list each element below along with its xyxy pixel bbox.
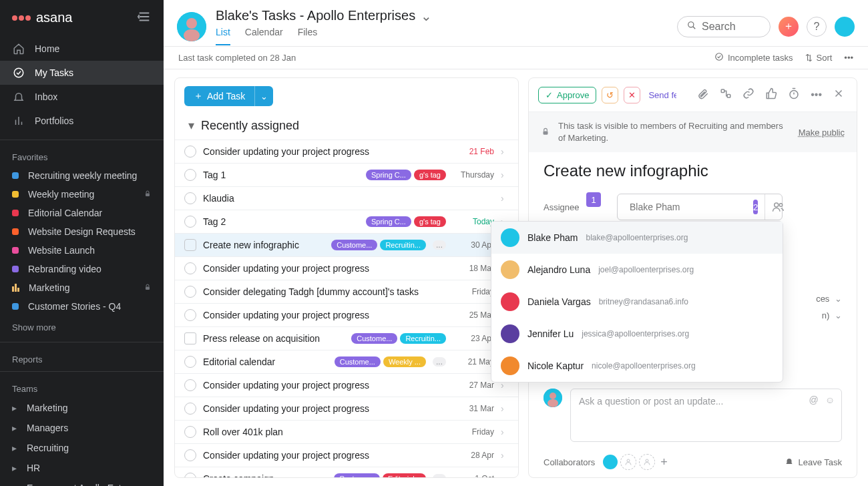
- sort-button[interactable]: ⇅ Sort: [805, 53, 833, 63]
- assignee-option[interactable]: Nicole Kaptur nicole@apolloenterprises.o…: [491, 350, 783, 382]
- task-row[interactable]: Consider updating your project progress …: [175, 256, 518, 280]
- harvest-timer-button[interactable]: [785, 85, 803, 105]
- task-row[interactable]: Press release on acquisition Custome...R…: [175, 326, 518, 350]
- nav-home[interactable]: Home: [0, 37, 164, 61]
- more-tags-pill[interactable]: ...: [433, 474, 446, 477]
- help-button[interactable]: ?: [807, 17, 827, 37]
- sidebar-team[interactable]: ▸Recruiting: [0, 438, 164, 458]
- tab-calendar[interactable]: Calendar: [245, 27, 283, 45]
- sidebar-team[interactable]: ▸Managers: [0, 418, 164, 438]
- complete-checkbox[interactable]: [184, 473, 196, 477]
- tag-pill[interactable]: Spring C...: [366, 170, 411, 180]
- tab-list[interactable]: List: [216, 27, 230, 45]
- copy-link-button[interactable]: [740, 85, 757, 105]
- complete-checkbox[interactable]: [184, 216, 196, 228]
- sidebar-favorite[interactable]: Customer Stories - Q4: [0, 297, 164, 316]
- task-row[interactable]: Consider updating your project progress …: [175, 443, 518, 467]
- complete-checkbox[interactable]: [184, 426, 196, 438]
- reject-button[interactable]: ✕: [624, 87, 640, 103]
- tag-pill[interactable]: g's tag: [414, 216, 446, 227]
- more-tags-pill[interactable]: ...: [433, 240, 446, 250]
- collaborator-avatar[interactable]: [603, 455, 618, 469]
- approve-button[interactable]: ✓Approve: [538, 87, 596, 103]
- assignee-option[interactable]: Alejandro Luna joel@apolloenterprises.or…: [491, 254, 783, 286]
- assign-people-button[interactable]: [765, 194, 784, 220]
- collapse-sidebar-icon[interactable]: [137, 9, 152, 26]
- add-collaborator-button[interactable]: +: [658, 455, 670, 469]
- nav-my-tasks[interactable]: My Tasks: [0, 61, 164, 85]
- sidebar-team[interactable]: ▸Everyone at Apollo Enter...: [0, 478, 164, 486]
- complete-checkbox[interactable]: [184, 192, 196, 204]
- me-avatar[interactable]: [835, 17, 855, 37]
- tag-pill[interactable]: Custome...: [335, 356, 381, 367]
- attachment-button[interactable]: [694, 85, 712, 105]
- tag-pill[interactable]: Custome...: [351, 333, 397, 344]
- complete-checkbox[interactable]: [184, 403, 196, 415]
- make-public-link[interactable]: Make public: [799, 128, 845, 138]
- add-task-button[interactable]: ＋ Add Task: [184, 86, 254, 106]
- close-detail-button[interactable]: [830, 85, 847, 105]
- leave-task-button[interactable]: Leave Task: [785, 457, 842, 468]
- task-row[interactable]: Consider updating your project progress …: [175, 397, 518, 420]
- search-input[interactable]: Search: [677, 16, 771, 37]
- subtask-button[interactable]: [717, 85, 734, 105]
- profile-avatar[interactable]: [177, 12, 206, 41]
- global-add-button[interactable]: ＋: [779, 17, 799, 37]
- more-tags-pill[interactable]: ...: [433, 357, 446, 367]
- sidebar-favorite[interactable]: Editorial Calendar: [0, 204, 164, 222]
- collaborator-placeholder[interactable]: [620, 454, 636, 470]
- sidebar-favorite[interactable]: Rebranding video: [0, 260, 164, 278]
- complete-checkbox[interactable]: [184, 239, 196, 251]
- task-row[interactable]: Tag 2 Spring C...g's tag Today ›: [175, 210, 518, 233]
- filter-incomplete[interactable]: Incomplete tasks: [714, 52, 793, 63]
- sidebar-team[interactable]: ▸Marketing: [0, 398, 164, 418]
- task-row[interactable]: Editorial calendar Custome...Weekly ....…: [175, 350, 518, 373]
- complete-checkbox[interactable]: [184, 146, 196, 158]
- assignee-option[interactable]: Jennifer Lu jessica@apolloenterprises.or…: [491, 318, 783, 350]
- complete-checkbox[interactable]: [184, 169, 196, 181]
- assignee-option[interactable]: Daniela Vargas britney@randasana6.info: [491, 286, 783, 318]
- task-row[interactable]: Create new infographic Custome...Recruit…: [175, 233, 518, 256]
- request-changes-button[interactable]: ↺: [602, 87, 618, 103]
- more-actions-button[interactable]: •••: [844, 53, 853, 63]
- sidebar-favorite[interactable]: Marketing: [0, 278, 164, 297]
- task-row[interactable]: Consider updating your project progress …: [175, 373, 518, 397]
- tag-pill[interactable]: Weekly ...: [383, 356, 426, 367]
- page-title-row[interactable]: Blake's Tasks - Apollo Enterprises ⌄: [216, 8, 432, 24]
- task-row[interactable]: Consider updating your project progress …: [175, 140, 518, 163]
- complete-checkbox[interactable]: [184, 449, 196, 461]
- task-title[interactable]: Create new infographic: [544, 162, 842, 180]
- nav-portfolios[interactable]: Portfolios: [0, 109, 164, 133]
- tag-pill[interactable]: Recruitin...: [380, 240, 426, 250]
- complete-checkbox[interactable]: [184, 262, 196, 274]
- complete-checkbox[interactable]: [184, 356, 196, 368]
- task-row[interactable]: Consider delegating Tadgh [dummy account…: [175, 280, 518, 303]
- collaborator-placeholder[interactable]: [639, 454, 655, 470]
- tag-pill[interactable]: Recruitin...: [400, 333, 446, 344]
- task-row[interactable]: Klaudia ›: [175, 186, 518, 210]
- tag-pill[interactable]: Spring C...: [366, 216, 411, 227]
- complete-checkbox[interactable]: [184, 379, 196, 391]
- complete-checkbox[interactable]: [184, 286, 196, 298]
- sidebar-favorite[interactable]: Website Design Requests: [0, 222, 164, 241]
- sidebar-team[interactable]: ▸HR: [0, 458, 164, 478]
- send-feedback-link[interactable]: Send feedback: [648, 90, 676, 100]
- task-row[interactable]: Create campaign Custome...Editorial.....…: [175, 467, 518, 477]
- assignee-option[interactable]: Blake Pham blake@apolloenterprises.org: [491, 222, 783, 254]
- sidebar-favorite[interactable]: Website Launch: [0, 241, 164, 260]
- tab-files[interactable]: Files: [298, 27, 318, 45]
- task-row[interactable]: Consider updating your project progress …: [175, 303, 518, 326]
- task-row[interactable]: Tag 1 Spring C...g's tag Thursday ›: [175, 163, 518, 186]
- tag-pill[interactable]: Editorial...: [383, 473, 426, 477]
- tag-pill[interactable]: g's tag: [414, 170, 446, 180]
- mention-icon[interactable]: @: [809, 395, 818, 405]
- sidebar-favorite[interactable]: Weekly meeting: [0, 185, 164, 204]
- complete-checkbox[interactable]: [184, 332, 196, 344]
- tag-pill[interactable]: Custome...: [334, 473, 380, 477]
- asana-logo[interactable]: asana: [12, 10, 73, 25]
- task-row[interactable]: Roll over 401k plan Friday ›: [175, 420, 518, 443]
- section-heading[interactable]: ▾ Recently assigned: [175, 114, 518, 140]
- field-value-truncated[interactable]: ces ⌄: [816, 294, 842, 304]
- assignee-input[interactable]: [630, 202, 746, 212]
- add-task-dropdown[interactable]: ⌄: [254, 86, 273, 106]
